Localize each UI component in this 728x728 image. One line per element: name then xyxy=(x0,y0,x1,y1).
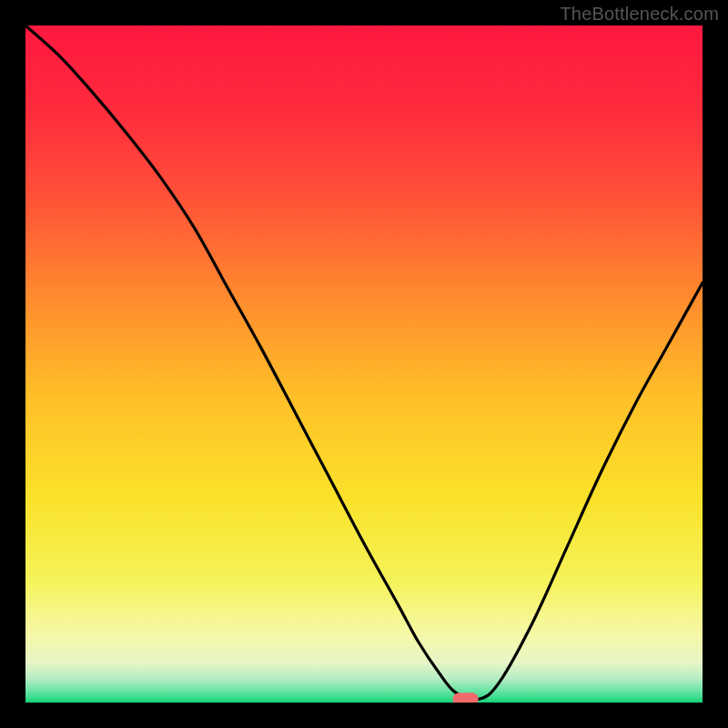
bottleneck-marker xyxy=(453,693,479,703)
watermark-text: TheBottleneck.com xyxy=(560,4,719,25)
plot-area xyxy=(25,25,703,703)
gradient-background xyxy=(25,25,703,703)
chart-frame: TheBottleneck.com xyxy=(0,0,728,728)
chart-svg xyxy=(25,25,703,703)
